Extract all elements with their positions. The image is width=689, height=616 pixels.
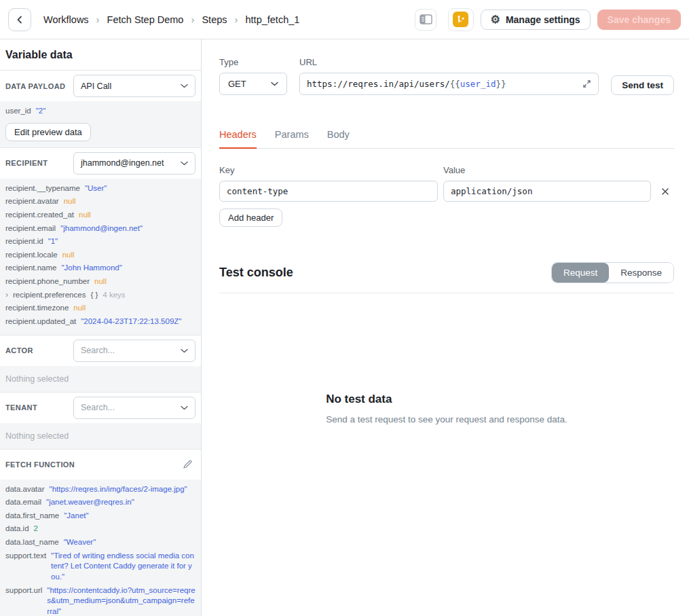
recipient-select[interactable]: jhammond@ingen.net: [73, 152, 195, 175]
data-payload-select[interactable]: API Call: [73, 75, 195, 97]
breadcrumb-separator: ›: [191, 14, 194, 25]
kv-key: data.avatar: [5, 484, 45, 495]
kv-row: support.url"https://contentcaddy.io?utm_…: [5, 584, 195, 616]
edit-preview-data-button[interactable]: Edit preview data: [5, 123, 91, 141]
kv-row: recipient.localenull: [5, 249, 195, 262]
kv-key: recipient.id: [5, 236, 43, 247]
actor-search-placeholder: Search...: [81, 346, 115, 355]
fetch-step-editor: Type GET URL https://reqres.in/api/users…: [202, 39, 689, 616]
tenant-empty-state: Nothing selected: [0, 423, 201, 449]
kv-key: support.text: [5, 551, 46, 583]
kv-key: support.url: [5, 585, 42, 616]
header-key-field: Key: [219, 165, 438, 202]
key-label: Key: [219, 165, 438, 175]
kv-row: recipient.avatarnull: [5, 195, 195, 209]
header-value-input[interactable]: [443, 181, 651, 202]
panel-layout-icon: [420, 14, 432, 24]
test-console-header: Test console RequestResponse: [219, 262, 674, 293]
kv-row: data.first_name"Janet": [5, 509, 195, 523]
toggle-request[interactable]: Request: [552, 263, 609, 283]
save-changes-button[interactable]: Save changes: [597, 10, 681, 30]
request-url-row: Type GET URL https://reqres.in/api/users…: [219, 57, 674, 95]
toggle-response[interactable]: Response: [609, 263, 673, 283]
kv-key: recipient.created_at: [5, 210, 74, 221]
actor-label: ACTOR: [5, 346, 33, 355]
tab-params[interactable]: Params: [275, 129, 309, 148]
tenant-search-select[interactable]: Search...: [73, 397, 195, 419]
actor-row: ACTOR Search...: [0, 335, 201, 366]
breadcrumb-item: http_fetch_1: [246, 14, 300, 25]
http-method-select[interactable]: GET: [219, 73, 287, 95]
kv-key: recipient.name: [5, 263, 56, 274]
gear-icon: ⚙︎: [491, 14, 500, 25]
kv-row: data.id2: [5, 522, 195, 536]
remove-header-button[interactable]: [656, 181, 674, 202]
no-test-data-empty-state: No test data Send a test request to see …: [326, 393, 567, 424]
add-header-button[interactable]: Add header: [219, 209, 282, 227]
pencil-icon: [183, 459, 193, 469]
kv-row: support.text"Tired of writing endless so…: [5, 549, 195, 584]
type-field: Type GET: [219, 57, 287, 95]
empty-state-subtitle: Send a test request to see your request …: [326, 414, 567, 424]
kv-row: data.email"janet.weaver@reqres.in": [5, 496, 195, 509]
kv-key: recipient.updated_at: [5, 316, 76, 327]
kv-key: data.id: [5, 524, 29, 535]
kv-key: recipient.preferences: [13, 290, 86, 301]
kv-key: recipient.email: [5, 223, 56, 234]
kv-value: "jhammond@ingen.net": [60, 223, 143, 234]
kv-value: "Tired of writing endless social media c…: [51, 551, 195, 583]
recipient-row: RECIPIENT jhammond@ingen.net: [0, 147, 201, 179]
kv-value: null: [79, 210, 91, 221]
breadcrumb-item[interactable]: Workflows: [43, 14, 89, 25]
manage-settings-button[interactable]: ⚙︎ Manage settings: [481, 10, 591, 30]
breadcrumb-item[interactable]: Fetch Step Demo: [107, 14, 184, 25]
kv-value: null: [94, 276, 107, 287]
kv-key: data.email: [5, 497, 41, 508]
actor-search-select[interactable]: Search...: [73, 340, 195, 362]
expand-icon[interactable]: [582, 79, 591, 88]
url-label: URL: [299, 57, 599, 67]
empty-state-title: No test data: [326, 393, 567, 406]
kv-row: recipient.__typename"User": [5, 182, 195, 196]
back-button[interactable]: [8, 8, 31, 31]
recipient-label: RECIPIENT: [5, 159, 48, 167]
kv-row: recipient.phone_numbernull: [5, 275, 195, 289]
kv-value: "User": [85, 183, 107, 194]
url-input[interactable]: https://reqres.in/api/users/{{user_id}}: [299, 73, 599, 95]
sidebar-toggle-button[interactable]: [415, 9, 436, 31]
variable-data-sidebar: Variable data DATA PAYLOAD API Call user…: [0, 39, 202, 616]
kv-row: recipient.created_atnull: [5, 209, 195, 222]
http-method-value: GET: [228, 79, 246, 89]
kv-value: "John Hammond": [61, 263, 122, 274]
recipient-vars-block: recipient.__typename"User"recipient.avat…: [0, 179, 201, 335]
kv-value: "2": [36, 106, 46, 117]
send-test-button[interactable]: Send test: [611, 75, 674, 95]
kv-row: recipient.timezonenull: [5, 302, 195, 315]
kv-value: "1": [48, 236, 58, 247]
kv-key: user_id: [5, 106, 31, 117]
data-payload-selected: API Call: [81, 81, 111, 91]
kv-value: null: [62, 250, 75, 261]
commit-status-button[interactable]: [448, 8, 474, 31]
test-console-title: Test console: [219, 266, 293, 280]
edit-fetch-function-button[interactable]: [180, 458, 195, 471]
fetch-vars-block: data.avatar"https://reqres.in/img/faces/…: [0, 479, 201, 616]
kv-value: { }: [90, 290, 98, 301]
chevron-down-icon: [181, 405, 188, 410]
payload-vars-list: user_id"2": [5, 105, 195, 118]
chevron-down-icon: [181, 161, 188, 166]
kv-key: recipient.locale: [5, 250, 58, 261]
tenant-row: TENANT Search...: [0, 392, 201, 423]
breadcrumb-item[interactable]: Steps: [202, 14, 227, 25]
actor-empty-state: Nothing selected: [0, 366, 201, 392]
tenant-search-placeholder: Search...: [81, 403, 115, 412]
header-key-input[interactable]: [219, 181, 438, 202]
tab-body[interactable]: Body: [327, 129, 350, 148]
kv-key: recipient.phone_number: [5, 276, 90, 287]
fetch-function-row: FETCH FUNCTION: [0, 449, 201, 479]
chevron-down-icon: [181, 348, 188, 353]
url-field: URL https://reqres.in/api/users/{{user_i…: [299, 57, 599, 95]
expand-chevron-icon[interactable]: ›: [5, 290, 8, 301]
kv-row: ›recipient.preferences{ }4 keys: [5, 289, 195, 302]
tab-headers[interactable]: Headers: [219, 129, 257, 149]
